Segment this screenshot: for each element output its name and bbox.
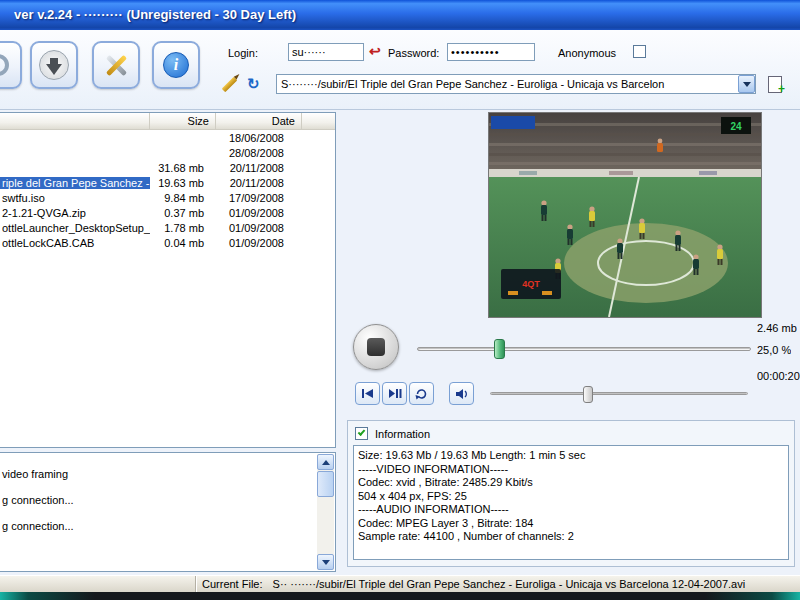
log-line: video framing — [0, 461, 335, 487]
table-row-selected[interactable]: riple del Gran Pepe Sanchez - E 19.63 mb… — [0, 175, 335, 190]
info-line: Codec: MPEG Layer 3 , Bitrate: 184 — [358, 517, 784, 531]
info-line: Codec: xvid , Bitrate: 2485.29 Kbit/s — [358, 476, 784, 490]
log-line: g connection... — [0, 513, 335, 539]
column-header-name[interactable] — [0, 113, 150, 130]
scrollbar-thumb[interactable] — [317, 471, 334, 497]
scroll-up-button[interactable] — [317, 454, 334, 470]
table-row[interactable]: 2-1.21-QVGA.zip 0.37 mb 01/09/2008 — [0, 205, 335, 220]
video-frame-image: 24 4QT — [489, 113, 761, 317]
information-checkbox[interactable] — [355, 427, 368, 440]
stop-button[interactable] — [353, 324, 399, 370]
progress-thumb[interactable] — [494, 339, 505, 359]
info-box: Size: 19.63 Mb / 19.63 Mb Length: 1 min … — [353, 445, 789, 560]
info-line: Sample rate: 44100 , Number of channels:… — [358, 530, 784, 544]
speaker-icon — [455, 388, 469, 400]
play-pause-icon — [388, 388, 402, 399]
stop-icon — [367, 338, 385, 356]
status-bar: Current File: S·· ·······/subir/El Tripl… — [0, 575, 800, 592]
add-file-icon[interactable]: + — [768, 76, 782, 93]
loop-icon — [415, 388, 428, 400]
wrench-icon — [102, 51, 130, 79]
column-header-size[interactable]: Size — [150, 113, 216, 130]
svg-text:24: 24 — [730, 121, 742, 132]
path-combobox[interactable]: S········/subir/El Triple del Gran Pepe … — [276, 74, 756, 94]
arrow-up-icon — [322, 460, 330, 465]
anonymous-label: Anonymous — [558, 47, 616, 59]
password-input[interactable] — [447, 43, 535, 61]
file-list-panel: Size Date 18/06/2008 28/08/2008 31.68 mb… — [0, 112, 336, 448]
download-arrow-icon — [39, 50, 69, 80]
info-line: -----VIDEO INFORMATION----- — [358, 463, 784, 477]
table-row[interactable]: 28/08/2008 — [0, 145, 335, 160]
undo-arrow-icon[interactable]: ↩ — [369, 43, 381, 59]
log-panel: video framing g connection... g connecti… — [0, 452, 336, 572]
current-file-label: Current File: — [202, 578, 263, 590]
settings-button[interactable] — [92, 41, 140, 89]
title-bar[interactable]: ver v.2.24 - ········· (Unregistered - 3… — [0, 0, 800, 30]
video-preview: 24 4QT — [488, 112, 762, 318]
anonymous-checkbox[interactable] — [633, 45, 646, 58]
password-label: Password: — [388, 47, 439, 59]
edit-pencil-icon[interactable] — [222, 77, 238, 93]
file-rows: 18/06/2008 28/08/2008 31.68 mb 20/11/200… — [0, 130, 335, 250]
table-row[interactable]: ottleLockCAB.CAB 0.04 mb 01/09/2008 — [0, 235, 335, 250]
skip-start-button[interactable] — [355, 382, 380, 405]
chevron-down-icon — [743, 82, 751, 87]
file-list-header: Size Date — [0, 113, 335, 130]
refresh-icon[interactable]: ↻ — [247, 75, 260, 93]
info-icon: i — [163, 52, 189, 78]
skip-start-icon — [361, 388, 374, 399]
volume-slider[interactable] — [490, 384, 748, 406]
app-window: ver v.2.24 - ········· (Unregistered - 3… — [0, 0, 800, 600]
download-size-text: 2.46 mb — [757, 322, 797, 334]
path-combobox-text: S········/subir/El Triple del Gran Pepe … — [277, 78, 738, 90]
info-line: 504 x 404 px, FPS: 25 — [358, 490, 784, 504]
play-pause-button[interactable] — [382, 382, 407, 405]
download-button[interactable] — [30, 41, 78, 89]
table-row[interactable]: ottleLauncher_DesktopSetup_0 1.78 mb 01/… — [0, 220, 335, 235]
info-line: -----AUDIO INFORMATION----- — [358, 503, 784, 517]
toolbar: i Login: ↩ Password: Anonymous ↻ S······… — [0, 30, 800, 110]
mute-button[interactable] — [449, 382, 474, 405]
current-file-value: S·· ·······/subir/El Triple del Gran Pep… — [273, 578, 746, 590]
log-scrollbar[interactable] — [317, 454, 334, 570]
check-icon — [358, 428, 366, 436]
download-percent-text: 25,0 % — [757, 344, 791, 356]
info-line: Size: 19.63 Mb / 19.63 Mb Length: 1 min … — [358, 449, 784, 463]
desktop-edge-strip — [0, 592, 800, 600]
connect-button[interactable] — [0, 41, 22, 89]
information-group: Information Size: 19.63 Mb / 19.63 Mb Le… — [347, 420, 795, 567]
information-label: Information — [375, 428, 430, 440]
login-label: Login: — [228, 47, 258, 59]
info-button[interactable]: i — [152, 41, 200, 89]
log-line: g connection... — [0, 487, 335, 513]
player-panel: 24 4QT — [345, 110, 800, 575]
combobox-dropdown-button[interactable] — [738, 75, 755, 93]
progress-slider[interactable] — [417, 338, 751, 362]
login-input[interactable] — [288, 43, 364, 61]
scroll-down-button[interactable] — [317, 554, 334, 570]
time-text: 00:00:20 — [757, 370, 800, 382]
table-row[interactable]: 31.68 mb 20/11/2008 — [0, 160, 335, 175]
svg-text:4QT: 4QT — [522, 279, 540, 289]
volume-thumb[interactable] — [583, 386, 593, 403]
column-header-date[interactable]: Date — [216, 113, 302, 130]
arrow-down-icon — [322, 560, 330, 565]
window-title: ver v.2.24 - ········· (Unregistered - 3… — [14, 7, 296, 22]
table-row[interactable]: 18/06/2008 — [0, 130, 335, 145]
table-row[interactable]: swtfu.iso 9.84 mb 17/09/2008 — [0, 190, 335, 205]
loop-button[interactable] — [409, 382, 434, 405]
connect-icon — [0, 54, 9, 76]
status-bar-left-section — [0, 576, 196, 592]
